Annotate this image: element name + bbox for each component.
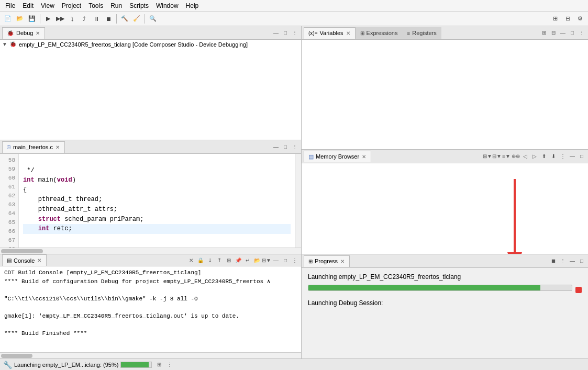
memory-link-btn[interactable]: ⊕⊕ bbox=[512, 152, 520, 161]
memory-maximize-btn[interactable]: □ bbox=[578, 152, 586, 161]
code-tab-actions: — □ ⋮ bbox=[272, 143, 299, 151]
memory-import-btn[interactable]: ⬇ bbox=[549, 152, 558, 161]
memory-menu-btn[interactable]: ⋮ bbox=[559, 152, 567, 161]
memory-export-btn[interactable]: ⬆ bbox=[540, 152, 548, 161]
memory-nav-fwd[interactable]: ▷ bbox=[530, 152, 539, 161]
code-menu-btn[interactable]: ⋮ bbox=[291, 143, 299, 151]
console-tab-close[interactable]: ✕ bbox=[37, 257, 42, 263]
menu-scripts[interactable]: Scripts bbox=[126, 1, 152, 10]
memory-tab-label: Memory Browser bbox=[316, 153, 359, 160]
toolbar-debug-btn[interactable]: ▶ bbox=[42, 13, 54, 25]
bottom-right-panel: ⊞ Progress ✕ ⏹ ⋮ — □ Launching empty_LP_… bbox=[302, 254, 588, 358]
menu-run[interactable]: Run bbox=[107, 1, 125, 10]
code-scrollbar-thumb[interactable] bbox=[1, 249, 43, 253]
debug-minimize-btn[interactable]: — bbox=[272, 29, 280, 37]
console-pin-btn[interactable]: 📌 bbox=[234, 256, 242, 264]
toolbar-perspective-btn[interactable]: ⊞ bbox=[549, 13, 561, 25]
code-minimize-btn[interactable]: — bbox=[272, 143, 280, 151]
debug-tab-close[interactable]: ✕ bbox=[35, 30, 40, 36]
menu-help[interactable]: Help bbox=[183, 1, 202, 10]
variables-tab[interactable]: (x)= Variables ✕ bbox=[304, 27, 356, 39]
memory-tab[interactable]: ▤ Memory Browser ✕ bbox=[304, 151, 371, 162]
console-line-5 bbox=[4, 303, 297, 312]
console-content[interactable]: CDT Build Console [empty_LP_EM_CC2340R5_… bbox=[0, 266, 301, 352]
menu-tools[interactable]: Tools bbox=[85, 1, 106, 10]
menu-edit[interactable]: Edit bbox=[19, 1, 37, 10]
debug-maximize-btn[interactable]: □ bbox=[281, 29, 290, 37]
status-menu-btn[interactable]: ⋮ bbox=[165, 361, 174, 369]
console-tab-label: Console bbox=[14, 257, 35, 264]
toolbar-layout-btn[interactable]: ⊟ bbox=[562, 13, 573, 25]
right-panel: (x)= Variables ✕ ⊞ Expressions ≡ Registe… bbox=[302, 26, 588, 254]
memory-addr-btn[interactable]: ⊞▼ bbox=[483, 152, 492, 161]
progress-stop-btn[interactable]: ⏹ bbox=[549, 257, 558, 265]
console-scroll-lock-btn[interactable]: 🔒 bbox=[196, 256, 205, 264]
toolbar-new-btn[interactable]: 📄 bbox=[2, 13, 14, 25]
console-minimize-btn[interactable]: — bbox=[272, 256, 280, 264]
memory-minimize-btn[interactable]: — bbox=[568, 152, 576, 161]
toolbar-save-btn[interactable]: 💾 bbox=[26, 13, 38, 25]
progress-tab-label: Progress bbox=[315, 258, 338, 264]
expressions-icon: ⊞ bbox=[360, 30, 364, 36]
toolbar-step-btn[interactable]: ⤵ bbox=[66, 13, 78, 25]
console-scrollbar-thumb[interactable] bbox=[1, 354, 32, 358]
progress-minimize-btn[interactable]: — bbox=[568, 257, 576, 265]
memory-nav-back[interactable]: ◁ bbox=[521, 152, 529, 161]
expressions-tab[interactable]: ⊞ Expressions bbox=[356, 27, 403, 39]
progress-tab-close[interactable]: ✕ bbox=[340, 259, 345, 264]
memory-tab-close[interactable]: ✕ bbox=[361, 154, 367, 160]
console-new-btn[interactable]: ⊞ bbox=[225, 256, 233, 264]
code-tab-close[interactable]: ✕ bbox=[55, 144, 60, 150]
menu-project[interactable]: Project bbox=[59, 1, 84, 10]
registers-icon: ≡ bbox=[407, 30, 410, 36]
status-text: Launching empty_LP_EM...iclang: (95%) bbox=[14, 362, 118, 368]
console-word-wrap-btn[interactable]: ↵ bbox=[243, 256, 252, 264]
code-content[interactable]: 5859606162 6364656667 6869707172 */ int … bbox=[0, 154, 301, 248]
console-scrollbar-h[interactable] bbox=[0, 352, 301, 358]
memory-col-btn[interactable]: ⊟▼ bbox=[493, 152, 501, 161]
menu-file[interactable]: File bbox=[2, 1, 18, 10]
toolbar-stop-btn[interactable]: ⏹ bbox=[103, 13, 114, 25]
vars-action-1[interactable]: ⊞ bbox=[540, 29, 548, 37]
memory-tab-bar: ▤ Memory Browser ✕ ⊞▼ ⊟▼ ≡▼ ⊕⊕ ◁ ▷ ⬆ ⬇ ⋮… bbox=[302, 150, 588, 163]
debug-menu-btn[interactable]: ⋮ bbox=[291, 29, 299, 37]
vars-action-2[interactable]: ⊟ bbox=[549, 29, 558, 37]
code-maximize-btn[interactable]: □ bbox=[281, 143, 290, 151]
toolbar-build-btn[interactable]: 🔨 bbox=[119, 13, 130, 25]
toolbar-stepout-btn[interactable]: ⤴ bbox=[79, 13, 90, 25]
console-clear-btn[interactable]: ✕ bbox=[187, 256, 195, 264]
toolbar-search-btn[interactable]: 🔍 bbox=[147, 13, 159, 25]
variables-tab-close[interactable]: ✕ bbox=[346, 30, 351, 36]
code-scrollbar-v[interactable] bbox=[295, 154, 301, 248]
vars-menu-btn[interactable]: ⋮ bbox=[578, 29, 586, 37]
console-tab-actions: ✕ 🔒 ⤓ ⤒ ⊞ 📌 ↵ 📂 ⊟▼ — □ ⋮ bbox=[187, 256, 299, 264]
toolbar-settings-btn[interactable]: ⚙ bbox=[574, 13, 586, 25]
debug-tree-item[interactable]: ▼ 🐞 empty_LP_EM_CC2340R5_freertos_ticlan… bbox=[0, 40, 301, 49]
console-maximize-btn[interactable]: □ bbox=[281, 256, 290, 264]
vars-minimize-btn[interactable]: — bbox=[559, 29, 567, 37]
code-scrollbar-h[interactable] bbox=[0, 248, 301, 254]
progress-stop-indicator bbox=[575, 287, 582, 293]
progress-maximize-btn[interactable]: □ bbox=[578, 257, 586, 265]
debug-tab[interactable]: 🐞 Debug ✕ bbox=[2, 27, 45, 39]
toolbar-pause-btn[interactable]: ⏸ bbox=[91, 13, 102, 25]
console-line-1: CDT Build Console [empty_LP_EM_CC2340R5_… bbox=[4, 268, 297, 277]
console-tab[interactable]: ▤ Console ✕ bbox=[2, 254, 47, 266]
menu-view[interactable]: View bbox=[38, 1, 58, 10]
status-details-btn[interactable]: ⊞ bbox=[155, 361, 163, 369]
console-view-btn[interactable]: ⊟▼ bbox=[262, 256, 271, 264]
progress-tab[interactable]: ⊞ Progress ✕ bbox=[304, 255, 350, 267]
console-open-file-btn[interactable]: 📂 bbox=[253, 256, 261, 264]
memory-view-btn[interactable]: ≡▼ bbox=[502, 152, 511, 161]
progress-menu-btn[interactable]: ⋮ bbox=[559, 257, 567, 265]
toolbar-clean-btn[interactable]: 🧹 bbox=[131, 13, 142, 25]
console-scroll-end-btn[interactable]: ⤓ bbox=[206, 256, 214, 264]
code-tab[interactable]: © main_freertos.c ✕ bbox=[2, 141, 65, 153]
toolbar-run-btn[interactable]: ▶▶ bbox=[54, 13, 66, 25]
menu-window[interactable]: Window bbox=[153, 1, 182, 10]
vars-maximize-btn[interactable]: □ bbox=[568, 29, 576, 37]
toolbar-open-btn[interactable]: 📂 bbox=[14, 13, 26, 25]
console-menu-btn[interactable]: ⋮ bbox=[291, 256, 299, 264]
registers-tab[interactable]: ≡ Registers bbox=[402, 27, 441, 39]
console-scroll-top-btn[interactable]: ⤒ bbox=[215, 256, 224, 264]
